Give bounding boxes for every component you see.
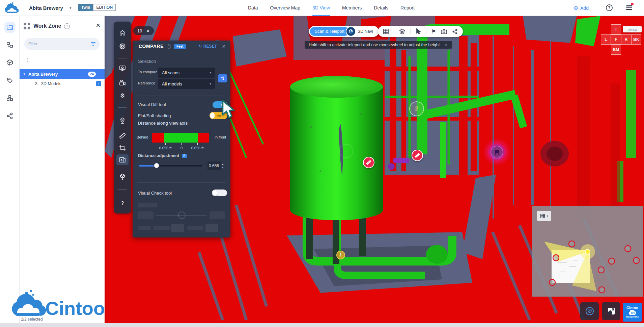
- cube-top[interactable]: T: [611, 24, 621, 34]
- animation-icon[interactable]: [118, 79, 127, 87]
- screen-settings-icon[interactable]: [118, 64, 127, 72]
- tab-details[interactable]: Details: [374, 0, 388, 16]
- tree-root-label[interactable]: Abita Brewery: [28, 72, 88, 77]
- scan-position-marker[interactable]: [598, 267, 604, 273]
- cube-right[interactable]: R: [621, 34, 631, 45]
- filter-input[interactable]: [28, 42, 90, 46]
- rail-assets-button[interactable]: [4, 93, 15, 104]
- scan-marker-2[interactable]: 2: [409, 101, 424, 116]
- select-cursor-icon[interactable]: [416, 28, 421, 34]
- render-mode-icon[interactable]: [118, 42, 127, 50]
- tree-child-label[interactable]: 3 - 3D Models: [35, 81, 96, 86]
- reset-button[interactable]: ↻ RESET: [198, 44, 217, 49]
- rail-tags-button[interactable]: [4, 75, 15, 86]
- expand-chevron-icon[interactable]: ▼: [23, 73, 26, 76]
- measure-ruler-icon[interactable]: [118, 132, 127, 140]
- scan-position-marker[interactable]: [633, 257, 639, 263]
- tree-collapse-control[interactable]: ▲ ▼: [26, 57, 29, 63]
- green-tank: [290, 76, 383, 220]
- reference-dropdown[interactable]: All models ▾: [158, 79, 215, 89]
- tab-data[interactable]: Data: [248, 0, 258, 16]
- measurement-marker[interactable]: [412, 150, 423, 161]
- layers-icon[interactable]: [399, 28, 405, 34]
- measurement-marker[interactable]: [363, 157, 374, 168]
- svg-text:XR: XR: [631, 311, 635, 315]
- camera-icon[interactable]: [441, 29, 447, 34]
- cube-front[interactable]: F: [611, 34, 621, 45]
- reference-label: Reference: [138, 81, 155, 85]
- value-spinner[interactable]: ▲▼: [222, 161, 224, 169]
- filter-icon[interactable]: [90, 42, 96, 46]
- add-button[interactable]: ⊕ Add: [573, 4, 589, 11]
- tab-3d-view[interactable]: 3D View: [312, 0, 330, 16]
- minimap-grid-button[interactable]: ▾: [537, 211, 551, 221]
- minimap[interactable]: ▾: [532, 206, 643, 297]
- flag-annotation-icon[interactable]: ⚑: [431, 28, 436, 35]
- tab-overview-map[interactable]: Overview Map: [270, 0, 300, 16]
- scan-position-marker[interactable]: [625, 246, 631, 252]
- settings-gear-icon[interactable]: ⚙: [118, 92, 127, 100]
- model-checkbox[interactable]: ✓: [96, 81, 101, 86]
- cube-back[interactable]: BK: [631, 34, 641, 45]
- screenshot-button[interactable]: [602, 302, 620, 320]
- grid-caret-icon: ▾: [547, 215, 548, 218]
- crop-icon[interactable]: [118, 144, 127, 152]
- distance-value-input[interactable]: 0.656: [207, 161, 221, 170]
- project-name[interactable]: Abita Brewery: [29, 0, 63, 16]
- tab-members[interactable]: Members: [342, 0, 362, 16]
- home-icon[interactable]: [118, 29, 127, 37]
- scan-position-marker[interactable]: [553, 255, 559, 261]
- cintoo-logo-icon[interactable]: [4, 2, 20, 14]
- panorama-marker[interactable]: [487, 143, 506, 161]
- work-zone-icon: [24, 23, 30, 29]
- tab-report[interactable]: Report: [400, 0, 415, 16]
- tooltip-close-icon[interactable]: ✕: [444, 43, 448, 47]
- swap-selection-button[interactable]: ⇅: [218, 74, 227, 82]
- visual-check-toggle[interactable]: [212, 190, 227, 196]
- cintoo-metaverse-button[interactable]: Cintoo XR Metaverse: [623, 303, 642, 322]
- scan-position-marker[interactable]: [569, 241, 575, 247]
- share-view-icon[interactable]: [452, 29, 458, 34]
- rail-hierarchy-button[interactable]: [4, 40, 15, 50]
- rail-work-zone-button[interactable]: [4, 22, 15, 33]
- compare-help-icon[interactable]: ?: [167, 44, 171, 49]
- tree-row-root[interactable]: ▼ Abita Brewery 24: [20, 69, 105, 79]
- scan-teleport-mode-button[interactable]: Scan & Teleport: [310, 27, 349, 36]
- close-panel-button[interactable]: ✕: [96, 22, 101, 29]
- compare-tool-icon[interactable]: [118, 156, 127, 164]
- cube-left[interactable]: L: [601, 34, 611, 45]
- work-zone-help-icon[interactable]: ?: [64, 23, 70, 29]
- in-front-label: In front: [215, 135, 226, 139]
- grid-view-icon[interactable]: [383, 28, 389, 34]
- help-button[interactable]: ?: [606, 4, 613, 11]
- filter-field[interactable]: [24, 38, 100, 50]
- cube-bottom[interactable]: BM: [611, 45, 621, 55]
- teleport-mode-icon[interactable]: [346, 26, 356, 36]
- close-compare-icon[interactable]: ✕: [222, 44, 226, 49]
- dropdown-caret-icon: ▾: [209, 82, 211, 85]
- scan-number-chip[interactable]: 19 ✕: [133, 26, 154, 35]
- scan-position-marker[interactable]: [609, 258, 615, 264]
- close-scan-icon[interactable]: ✕: [146, 28, 150, 33]
- cintoo-watermark-logo: Cintoo: [9, 288, 110, 322]
- rail-share-button[interactable]: [4, 110, 15, 121]
- to-compare-dropdown[interactable]: All scans ▾: [158, 68, 215, 78]
- notification-dot: [631, 3, 634, 5]
- shading-label: Flat/Soft shading: [138, 113, 171, 118]
- toolbar-help-icon[interactable]: ?: [118, 199, 127, 207]
- chevron-down-icon[interactable]: ▾: [69, 6, 72, 10]
- rail-3d-models-button[interactable]: [4, 57, 15, 68]
- tree-row-child[interactable]: 3 - 3D Models ✓: [20, 79, 105, 88]
- scan-model-icon[interactable]: [118, 173, 127, 181]
- projection-toggle[interactable]: persp: [623, 26, 642, 32]
- scan-position-marker[interactable]: [549, 279, 555, 285]
- 3d-navi-mode-button[interactable]: 3D Navi: [355, 29, 377, 34]
- distance-slider-knob[interactable]: [153, 162, 160, 169]
- scan-position-marker[interactable]: [599, 287, 605, 293]
- diff-bar-behind-red: [152, 133, 164, 143]
- menu-button[interactable]: [626, 4, 632, 11]
- viewpoint-pin-icon[interactable]: [118, 117, 127, 125]
- scan-marker-1[interactable]: 1: [336, 251, 345, 259]
- compare-panel: COMPARE ? Feet ↻ RESET ✕ Selection To co…: [133, 41, 230, 237]
- vr-mode-button[interactable]: [580, 302, 599, 320]
